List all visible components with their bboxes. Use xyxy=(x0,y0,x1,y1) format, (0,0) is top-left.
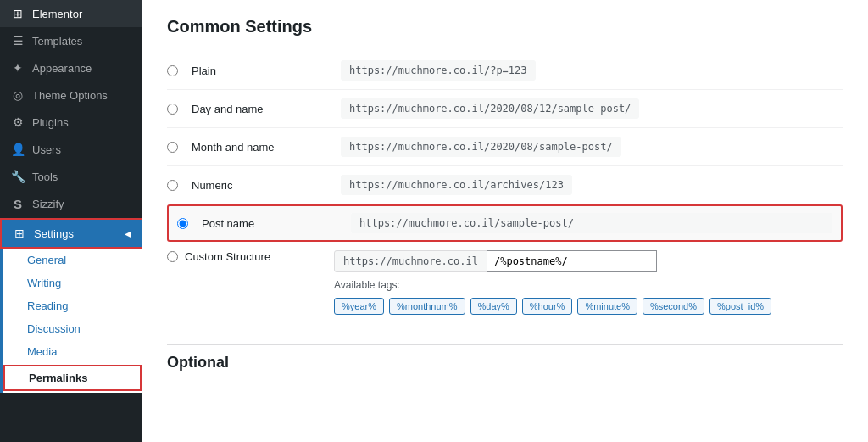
section-divider xyxy=(167,327,843,327)
users-icon: 👤 xyxy=(10,143,25,156)
radio-post-name[interactable] xyxy=(177,218,188,229)
submenu-item-permalinks[interactable]: Permalinks xyxy=(3,365,142,391)
tag-hour[interactable]: %hour% xyxy=(522,298,573,315)
custom-right: https://muchmore.co.il Available tags: %… xyxy=(334,250,771,315)
templates-icon: ☰ xyxy=(10,34,25,48)
label-month-name: Month and name xyxy=(192,141,327,154)
submenu-item-general[interactable]: General xyxy=(3,249,142,271)
appearance-icon: ✦ xyxy=(10,61,25,75)
label-post-name: Post name xyxy=(202,217,337,230)
tools-icon: 🔧 xyxy=(10,170,25,183)
page-title: Common Settings xyxy=(167,17,843,36)
url-day-name: https://muchmore.co.il/2020/08/12/sample… xyxy=(341,98,639,119)
tag-monthnum[interactable]: %monthnum% xyxy=(389,298,465,315)
tag-minute[interactable]: %minute% xyxy=(577,298,637,315)
custom-structure-input[interactable] xyxy=(487,250,657,272)
theme-options-icon: ◎ xyxy=(10,88,25,102)
tag-year[interactable]: %year% xyxy=(334,298,384,315)
radio-plain[interactable] xyxy=(167,65,178,76)
tag-post-id[interactable]: %post_id% xyxy=(709,298,771,315)
sidebar-item-sizzify[interactable]: S Sizzify xyxy=(0,190,142,218)
settings-icon: ⊞ xyxy=(12,227,27,240)
sidebar-item-tools[interactable]: 🔧 Tools xyxy=(0,163,142,190)
sidebar-item-users[interactable]: 👤 Users xyxy=(0,136,142,163)
custom-url-row: https://muchmore.co.il xyxy=(334,250,771,272)
sidebar-item-settings[interactable]: ⊞ Settings ◀ xyxy=(0,218,142,249)
radio-numeric[interactable] xyxy=(167,180,178,191)
label-custom: Custom Structure xyxy=(185,250,320,263)
settings-arrow-icon: ◀ xyxy=(125,229,131,238)
tag-day[interactable]: %day% xyxy=(470,298,517,315)
sidebar: ⊞ Elementor ☰ Templates ✦ Appearance ◎ T… xyxy=(0,0,142,442)
settings-submenu: General Writing Reading Discussion Media… xyxy=(0,249,142,393)
label-plain: Plain xyxy=(192,64,327,77)
tags-row: %year% %monthnum% %day% %hour% %minute% … xyxy=(334,298,771,315)
option-numeric: Numeric https://muchmore.co.il/archives/… xyxy=(167,166,843,204)
url-post-name: https://muchmore.co.il/sample-post/ xyxy=(351,213,832,233)
optional-title: Optional xyxy=(167,344,843,372)
label-day-name: Day and name xyxy=(192,103,327,115)
sidebar-item-templates[interactable]: ☰ Templates xyxy=(0,27,142,54)
sidebar-item-plugins[interactable]: ⚙ Plugins xyxy=(0,109,142,136)
sidebar-item-elementor[interactable]: ⊞ Elementor xyxy=(0,0,142,27)
url-plain: https://muchmore.co.il/?p=123 xyxy=(341,60,536,81)
option-plain: Plain https://muchmore.co.il/?p=123 xyxy=(167,52,843,90)
sizzify-icon: S xyxy=(10,197,25,211)
option-post-name: Post name https://muchmore.co.il/sample-… xyxy=(167,204,843,242)
elementor-icon: ⊞ xyxy=(10,7,25,20)
plugins-icon: ⚙ xyxy=(10,115,25,129)
sidebar-item-theme-options[interactable]: ◎ Theme Options xyxy=(0,81,142,109)
tag-second[interactable]: %second% xyxy=(643,298,704,315)
option-day-name: Day and name https://muchmore.co.il/2020… xyxy=(167,90,843,128)
url-month-name: https://muchmore.co.il/2020/08/sample-po… xyxy=(341,137,621,157)
submenu-item-writing[interactable]: Writing xyxy=(3,271,142,294)
submenu-item-reading[interactable]: Reading xyxy=(3,294,142,317)
option-month-name: Month and name https://muchmore.co.il/20… xyxy=(167,128,843,166)
radio-day-name[interactable] xyxy=(167,104,178,115)
main-content: Common Settings Plain https://muchmore.c… xyxy=(142,0,868,442)
available-tags-label: Available tags: xyxy=(334,279,771,291)
url-numeric: https://muchmore.co.il/archives/123 xyxy=(341,175,572,195)
option-custom-structure: Custom Structure https://muchmore.co.il … xyxy=(167,242,843,323)
radio-month-name[interactable] xyxy=(167,142,178,153)
submenu-item-discussion[interactable]: Discussion xyxy=(3,317,142,340)
custom-base-url: https://muchmore.co.il xyxy=(334,250,487,272)
custom-left: Custom Structure xyxy=(167,250,320,263)
label-numeric: Numeric xyxy=(192,179,327,192)
radio-custom[interactable] xyxy=(167,251,178,262)
submenu-item-media[interactable]: Media xyxy=(3,340,142,363)
sidebar-item-appearance[interactable]: ✦ Appearance xyxy=(0,54,142,81)
